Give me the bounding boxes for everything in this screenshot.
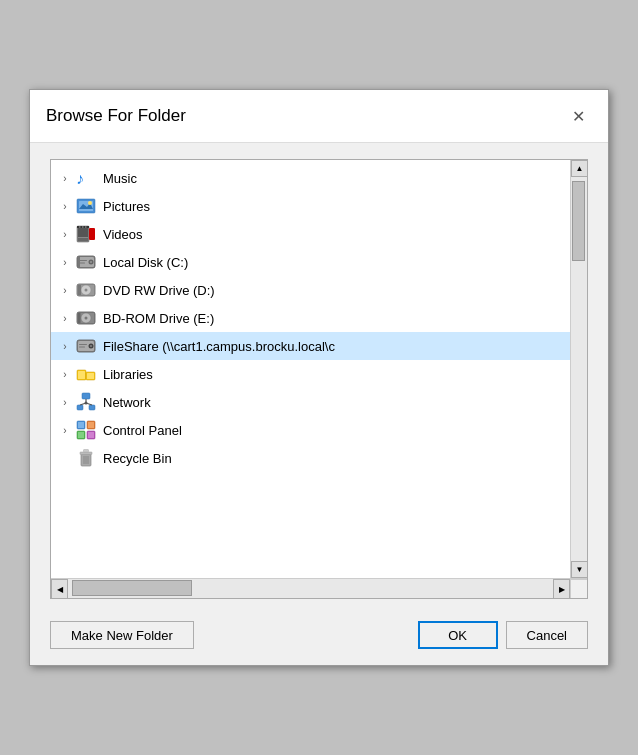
libraries-icon [75, 363, 97, 385]
tree-item-libraries[interactable]: › Libraries [51, 360, 570, 388]
chevron-icon: › [55, 168, 75, 188]
tree-item-network[interactable]: › Network [51, 388, 570, 416]
chevron-icon: › [55, 252, 75, 272]
music-icon: ♪ [75, 167, 97, 189]
tree-item-label: Pictures [103, 199, 150, 214]
horizontal-scrollbar: ◀ ▶ [51, 578, 587, 598]
tree-item-pictures[interactable]: › Pictures [51, 192, 570, 220]
svg-rect-55 [84, 450, 89, 453]
svg-rect-19 [78, 257, 80, 267]
svg-rect-8 [89, 228, 95, 240]
svg-rect-27 [78, 313, 81, 323]
svg-rect-17 [79, 260, 87, 261]
tree-item-label: Control Panel [103, 423, 182, 438]
tree-item-label: Libraries [103, 367, 153, 382]
cancel-button[interactable]: Cancel [506, 621, 588, 649]
svg-rect-12 [85, 227, 87, 228]
svg-rect-6 [78, 227, 88, 237]
svg-rect-54 [80, 452, 92, 455]
tree-item-videos[interactable]: › Videos [51, 220, 570, 248]
chevron-icon: › [55, 224, 75, 244]
folder-tree-container: ›♪Music› Pictures› Videos› Local Disk (C… [50, 159, 588, 599]
svg-rect-11 [82, 227, 84, 228]
svg-text:♪: ♪ [76, 170, 84, 187]
svg-rect-37 [87, 373, 94, 379]
svg-point-26 [85, 317, 88, 320]
svg-point-4 [88, 201, 92, 205]
scroll-down-button[interactable]: ▼ [571, 561, 588, 578]
tree-item-recycle-bin[interactable]: Recycle Bin [51, 444, 570, 472]
svg-point-22 [85, 289, 88, 292]
scroll-left-button[interactable]: ◀ [51, 579, 68, 599]
svg-rect-46 [78, 422, 84, 428]
chevron-icon: › [55, 336, 75, 356]
svg-point-44 [85, 402, 88, 405]
tree-item-dvd-drive[interactable]: › DVD RW Drive (D:) [51, 276, 570, 304]
close-button[interactable]: ✕ [564, 102, 592, 130]
tree-item-label: Music [103, 171, 137, 186]
tree-item-bd-drive[interactable]: › BD-ROM Drive (E:) [51, 304, 570, 332]
svg-rect-39 [77, 405, 83, 410]
dialog-title: Browse For Folder [46, 106, 186, 126]
make-new-folder-button[interactable]: Make New Folder [50, 621, 194, 649]
svg-rect-35 [78, 371, 85, 379]
svg-rect-52 [88, 432, 94, 438]
scroll-up-button[interactable]: ▲ [571, 160, 588, 177]
network-icon [75, 391, 97, 413]
svg-rect-10 [79, 227, 81, 228]
scroll-right-button[interactable]: ▶ [553, 579, 570, 599]
scroll-thumb[interactable] [572, 181, 585, 261]
tree-item-label: Videos [103, 227, 143, 242]
chevron-icon: › [55, 364, 75, 384]
dialog-body: ›♪Music› Pictures› Videos› Local Disk (C… [30, 143, 608, 611]
dialog-footer: Make New Folder OK Cancel [30, 611, 608, 665]
footer-right-buttons: OK Cancel [418, 621, 588, 649]
svg-point-33 [90, 345, 92, 347]
chevron-icon: › [55, 280, 75, 300]
svg-rect-48 [88, 422, 94, 428]
tree-list: ›♪Music› Pictures› Videos› Local Disk (C… [51, 160, 570, 476]
tree-item-label: Network [103, 395, 151, 410]
bdrom-icon [75, 307, 97, 329]
browse-for-folder-dialog: Browse For Folder ✕ ›♪Music› Pictures› V… [29, 89, 609, 666]
harddisk-icon [75, 251, 97, 273]
tree-item-label: FileShare (\\cart1.campus.brocku.local\c [103, 339, 335, 354]
tree-item-label: DVD RW Drive (D:) [103, 283, 215, 298]
chevron-icon: › [55, 196, 75, 216]
pictures-icon [75, 195, 97, 217]
ok-button[interactable]: OK [418, 621, 498, 649]
chevron-icon: › [55, 308, 75, 328]
svg-point-16 [90, 261, 92, 263]
chevron-icon [55, 448, 75, 468]
svg-rect-7 [78, 238, 88, 241]
scrollbar-corner [570, 579, 587, 599]
svg-rect-31 [79, 347, 85, 348]
tree-item-music[interactable]: ›♪Music [51, 164, 570, 192]
tree-item-local-disk[interactable]: › Local Disk (C:) [51, 248, 570, 276]
tree-scroll-area[interactable]: ›♪Music› Pictures› Videos› Local Disk (C… [51, 160, 587, 578]
svg-rect-38 [82, 393, 90, 399]
svg-rect-50 [78, 432, 84, 438]
svg-rect-30 [79, 344, 87, 345]
tree-item-fileshare[interactable]: › FileShare (\\cart1.campus.brocku.local… [51, 332, 570, 360]
controlpanel-icon [75, 419, 97, 441]
h-scroll-track[interactable] [68, 579, 553, 598]
tree-item-label: Local Disk (C:) [103, 255, 188, 270]
netdrive-icon [75, 335, 97, 357]
tree-item-control-panel[interactable]: › Control Panel [51, 416, 570, 444]
videos-icon [75, 223, 97, 245]
svg-rect-40 [89, 405, 95, 410]
scroll-track[interactable] [571, 177, 587, 561]
vertical-scrollbar: ▲ ▼ [570, 160, 587, 578]
title-bar: Browse For Folder ✕ [30, 90, 608, 143]
recyclebin-icon [75, 447, 97, 469]
h-scroll-thumb[interactable] [72, 580, 192, 596]
tree-item-label: BD-ROM Drive (E:) [103, 311, 214, 326]
svg-rect-23 [78, 285, 81, 295]
chevron-icon: › [55, 420, 75, 440]
tree-item-label: Recycle Bin [103, 451, 172, 466]
chevron-icon: › [55, 392, 75, 412]
dvd-icon [75, 279, 97, 301]
